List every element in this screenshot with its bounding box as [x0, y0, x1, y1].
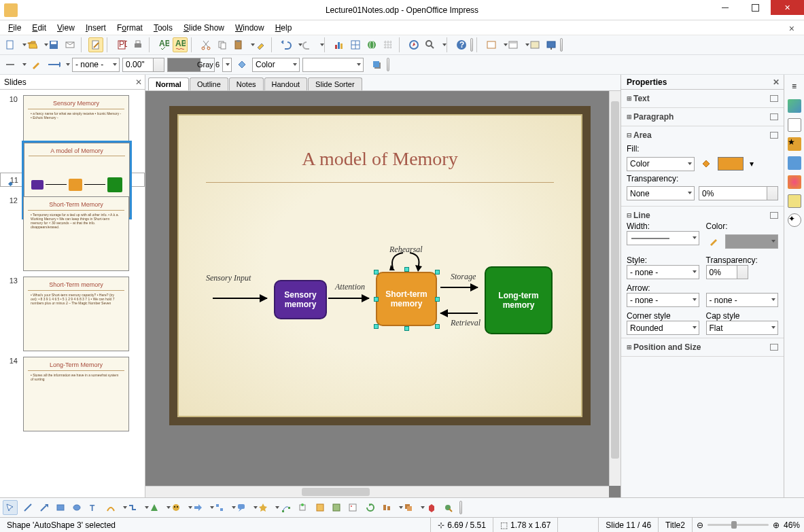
sidebar-settings-icon[interactable]: ≡ — [787, 79, 802, 94]
line-color-select[interactable] — [725, 234, 779, 249]
box-longterm-memory[interactable]: Long-term memory — [485, 266, 553, 334]
arrow-start-select[interactable]: - none - — [627, 293, 699, 307]
menu-format[interactable]: Format — [111, 22, 148, 34]
section-line[interactable]: Line — [633, 211, 650, 220]
slide-layout-button[interactable] — [506, 37, 526, 52]
callouts-tool[interactable] — [234, 500, 254, 515]
close-button[interactable] — [771, 0, 804, 15]
fill-color-swatch[interactable] — [718, 157, 744, 171]
transparency-type-select[interactable]: None — [627, 186, 695, 200]
tab-handout[interactable]: Handout — [264, 77, 308, 90]
fontwork-tool[interactable] — [313, 500, 328, 515]
redo-button[interactable] — [300, 37, 321, 52]
dock-icon[interactable] — [770, 132, 778, 139]
slide-thumb-12[interactable]: 12Short-Term Memory• Temporary storage f… — [0, 194, 145, 274]
help-button[interactable]: ? — [454, 37, 469, 52]
section-position-size[interactable]: Position and Size — [633, 342, 701, 352]
slide-title[interactable]: A model of Memory — [179, 148, 581, 170]
dock-icon[interactable] — [770, 212, 778, 219]
line-style-select[interactable]: - none - — [72, 58, 120, 72]
shadow-button[interactable] — [369, 57, 384, 72]
email-button[interactable] — [63, 37, 77, 52]
basic-shapes-tool[interactable] — [147, 500, 167, 515]
tab-normal[interactable]: Normal — [148, 77, 189, 90]
menu-file[interactable]: File — [3, 22, 27, 34]
section-area[interactable]: Area — [633, 130, 652, 140]
slides-list[interactable]: 10Sensory Memory• a fancy name for what … — [0, 90, 145, 497]
copy-button[interactable] — [215, 37, 230, 52]
slide-thumb-14[interactable]: 14Long-Term Memory• Stores all the infor… — [0, 354, 145, 434]
document-close-icon[interactable]: × — [784, 22, 800, 35]
points-tool[interactable] — [279, 500, 294, 515]
format-paintbrush-button[interactable] — [253, 37, 268, 52]
ellipse-tool[interactable] — [69, 500, 84, 515]
print-button[interactable] — [130, 37, 145, 52]
paste-button[interactable] — [231, 37, 251, 52]
zoom-out-button[interactable]: ⊖ — [697, 520, 703, 530]
chart-button[interactable] — [332, 37, 347, 52]
from-file-tool[interactable] — [329, 500, 344, 515]
dock-icon[interactable] — [770, 113, 778, 120]
text-tool[interactable]: T — [86, 500, 101, 515]
bucket-icon[interactable] — [699, 156, 714, 171]
zoom-button[interactable] — [423, 37, 443, 52]
export-pdf-button[interactable]: PDF — [114, 37, 129, 52]
symbol-shapes-tool[interactable] — [169, 500, 189, 515]
slide-show-button[interactable] — [544, 37, 559, 52]
open-button[interactable] — [24, 37, 45, 52]
dock-icon[interactable] — [770, 95, 778, 102]
arrow-line-tool[interactable] — [37, 500, 52, 515]
block-arrows-tool[interactable] — [190, 500, 211, 515]
master-pages-icon[interactable] — [788, 118, 801, 132]
toolbar-grip[interactable] — [470, 38, 473, 52]
display-grid-button[interactable] — [381, 37, 396, 52]
arrow-retrieval[interactable] — [440, 313, 478, 314]
properties-close-icon[interactable]: ✕ — [773, 77, 780, 87]
edit-file-button[interactable] — [88, 37, 103, 52]
line-width-select[interactable] — [627, 231, 699, 245]
fill-type-select[interactable]: Color — [252, 58, 300, 72]
drawing-grip[interactable] — [459, 501, 462, 514]
menu-edit[interactable]: Edit — [27, 22, 52, 34]
vertical-scrollbar[interactable] — [609, 91, 621, 486]
line-trans-spinner[interactable]: 0% — [706, 265, 748, 279]
section-paragraph[interactable]: Paragraph — [633, 112, 674, 122]
transparency-value-spinner[interactable]: 0% — [699, 186, 778, 200]
corner-style-select[interactable]: Rounded — [627, 321, 699, 335]
rectangle-tool[interactable] — [53, 500, 68, 515]
zoom-in-button[interactable]: ⊕ — [773, 520, 780, 530]
alignment-tool[interactable] — [379, 500, 400, 515]
menu-window[interactable]: Window — [230, 22, 270, 34]
line-width-spinner[interactable]: 0.00" — [122, 58, 164, 72]
rotate-tool[interactable] — [363, 500, 378, 515]
horizontal-scrollbar[interactable] — [145, 486, 609, 497]
maximize-button[interactable] — [740, 0, 771, 15]
spellcheck-button[interactable]: ABC — [156, 37, 171, 52]
line-color-dropdown[interactable] — [222, 58, 232, 72]
arrow-input[interactable] — [213, 298, 267, 299]
slide-transition-icon[interactable] — [788, 156, 801, 170]
arrow-attention[interactable] — [328, 298, 369, 299]
arrow-end-select[interactable]: - none - — [706, 293, 779, 307]
minimize-button[interactable] — [710, 0, 740, 15]
menu-view[interactable]: View — [52, 22, 80, 34]
styles-icon[interactable] — [788, 175, 801, 189]
navigator-icon[interactable]: ✦ — [788, 213, 801, 227]
curve-tool[interactable] — [103, 500, 124, 515]
tab-outline[interactable]: Outline — [190, 77, 228, 90]
navigator-button[interactable] — [406, 37, 421, 52]
extrusion-tool[interactable] — [424, 500, 439, 515]
line-color-select[interactable] — [167, 58, 215, 72]
dock-icon[interactable] — [770, 344, 778, 351]
section-text[interactable]: Text — [633, 94, 650, 103]
toolbar2-grip[interactable] — [387, 58, 389, 71]
zoom-slider[interactable] — [707, 524, 769, 526]
table-button[interactable] — [348, 37, 363, 52]
slide-canvas[interactable]: A model of Memory Sensory Input Sensory … — [145, 91, 621, 497]
gluepoints-tool[interactable] — [295, 500, 310, 515]
menu-tools[interactable]: Tools — [148, 22, 178, 34]
slide-thumb-13[interactable]: 13Short-Term memory• What's your Short-t… — [0, 274, 145, 354]
line-style-select[interactable]: - none - — [627, 265, 699, 279]
fill-color-dropdown[interactable]: ▾ — [748, 159, 756, 169]
slide-design-button[interactable] — [527, 37, 542, 52]
